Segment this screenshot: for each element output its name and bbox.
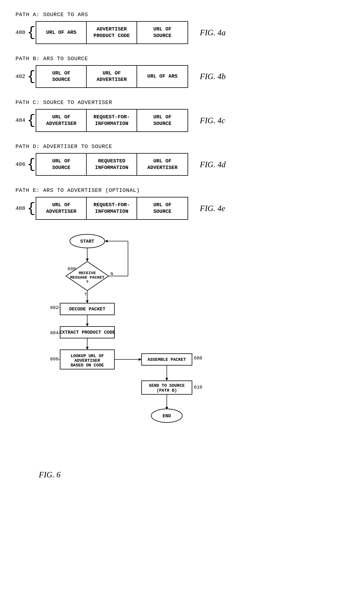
svg-marker-13 <box>105 240 108 242</box>
svg-text:END: END <box>163 413 171 419</box>
path-number-4b: 402 <box>15 74 25 79</box>
svg-text:606: 606 <box>50 356 58 362</box>
fig-label-4c: FIG. 4c <box>200 116 225 125</box>
svg-text:MESSAGE PACKET: MESSAGE PACKET <box>70 275 104 280</box>
cell-4d-0: URL OF SOURCE <box>36 154 87 175</box>
cell-4a-2: URL OF SOURCE <box>137 22 188 43</box>
path-section-4c: PATH C: SOURCE TO ADVERTISER 404 { URL O… <box>15 100 349 132</box>
packet-4b: URL OF SOURCE URL OF ADVERTISER URL OF A… <box>36 65 188 88</box>
svg-marker-36 <box>139 358 142 361</box>
path-row-4d: 406 { URL OF SOURCE REQUESTED INFORMATIO… <box>15 153 349 176</box>
path-row-4e: 408 { URL OF ADVERTISER REQUEST-FOR-INFO… <box>15 197 349 220</box>
svg-text:START: START <box>80 239 94 244</box>
svg-text:(PATH B): (PATH B) <box>156 388 177 393</box>
cell-4d-2: URL OF ADVERTISER <box>137 154 188 175</box>
path-label-4d: PATH D: ADVERTISER TO SOURCE <box>15 144 349 150</box>
svg-text:N: N <box>111 272 113 277</box>
svg-text:LOOKUP URL OF: LOOKUP URL OF <box>71 354 104 358</box>
svg-text:EXTRACT PRODUCT CODE: EXTRACT PRODUCT CODE <box>59 330 115 335</box>
path-number-4e: 408 <box>15 205 25 211</box>
cell-4e-1: REQUEST-FOR-INFORMATION <box>87 198 137 219</box>
bracket-4a: { <box>27 26 35 39</box>
packet-4a: URL OF ARS ADVERTISER PRODUCT CODE URL O… <box>36 21 188 44</box>
path-number-4a: 400 <box>15 29 25 36</box>
svg-text:602: 602 <box>50 305 58 310</box>
packet-4e: URL OF ADVERTISER REQUEST-FOR-INFORMATIO… <box>36 197 188 220</box>
path-row-4c: 404 { URL OF ADVERTISER REQUEST-FOR-INFO… <box>15 109 349 132</box>
cell-4c-1: REQUEST-FOR-INFORMATION <box>87 110 137 131</box>
path-row-4b: 402 { URL OF SOURCE URL OF ADVERTISER UR… <box>15 65 349 88</box>
path-number-4c: 404 <box>15 117 25 123</box>
cell-4b-1: URL OF ADVERTISER <box>87 66 137 88</box>
cell-4e-0: URL OF ADVERTISER <box>36 198 87 219</box>
fig-label-4a: FIG. 4a <box>200 28 225 37</box>
cell-4b-2: URL OF ARS <box>137 66 188 88</box>
svg-marker-3 <box>86 259 89 262</box>
svg-text:?: ? <box>86 280 89 284</box>
svg-text:ASSEMBLE PACKET: ASSEMBLE PACKET <box>148 357 186 362</box>
cell-4b-0: URL OF SOURCE <box>36 66 87 88</box>
cell-4c-0: URL OF ADVERTISER <box>36 110 87 131</box>
flowchart-diagram: START 600 RECEIVE MESSAGE PACKET ? N Y 6 <box>15 231 209 464</box>
svg-text:DECODE PACKET: DECODE PACKET <box>69 306 105 312</box>
fig-label-4e: FIG. 4e <box>200 204 225 213</box>
svg-text:604: 604 <box>50 330 58 336</box>
fig-label-4b: FIG. 4b <box>200 72 225 81</box>
svg-text:RECEIVE: RECEIVE <box>79 271 96 275</box>
cell-4a-0: URL OF ARS <box>36 22 87 43</box>
cell-4e-2: URL OF SOURCE <box>137 198 188 219</box>
path-number-4d: 406 <box>15 161 25 167</box>
flowchart-fig-label: FIG. 6 <box>39 470 61 479</box>
svg-marker-28 <box>86 347 89 350</box>
bracket-4c: { <box>27 114 35 127</box>
flowchart-svg: START 600 RECEIVE MESSAGE PACKET ? N Y 6 <box>15 231 209 464</box>
packet-4c: URL OF ADVERTISER REQUEST-FOR-INFORMATIO… <box>36 109 188 132</box>
path-section-4a: PATH A: SOURCE TO ARS 400 { URL OF ARS A… <box>15 12 349 44</box>
path-label-4a: PATH A: SOURCE TO ARS <box>15 12 349 18</box>
cell-4d-1: REQUESTED INFORMATION <box>87 154 137 175</box>
cell-4a-1: ADVERTISER PRODUCT CODE <box>87 22 137 43</box>
flowchart-section: START 600 RECEIVE MESSAGE PACKET ? N Y 6 <box>15 231 349 479</box>
svg-text:BASED ON CODE: BASED ON CODE <box>71 363 104 368</box>
cell-4c-2: URL OF SOURCE <box>137 110 188 131</box>
svg-text:610: 610 <box>194 385 202 390</box>
bracket-4b: { <box>27 70 35 83</box>
svg-text:ADVERTISER: ADVERTISER <box>75 358 100 363</box>
path-label-4c: PATH C: SOURCE TO ADVERTISER <box>15 100 349 105</box>
svg-marker-22 <box>86 324 89 327</box>
svg-marker-16 <box>86 300 89 303</box>
svg-marker-41 <box>165 378 168 381</box>
bracket-4d: { <box>27 158 35 171</box>
path-label-4b: PATH B: ARS TO SOURCE <box>15 56 349 62</box>
path-section-4e: PATH E: ARS TO ADVERTISER (OPTIONAL) 408… <box>15 187 349 220</box>
path-row-4a: 400 { URL OF ARS ADVERTISER PRODUCT CODE… <box>15 21 349 44</box>
packet-4d: URL OF SOURCE REQUESTED INFORMATION URL … <box>36 153 188 176</box>
path-section-4d: PATH D: ADVERTISER TO SOURCE 406 { URL O… <box>15 144 349 176</box>
svg-text:Y: Y <box>84 292 87 297</box>
bracket-4e: { <box>27 202 35 214</box>
fig-label-4d: FIG. 4d <box>200 160 225 169</box>
path-section-4b: PATH B: ARS TO SOURCE 402 { URL OF SOURC… <box>15 56 349 88</box>
svg-text:608: 608 <box>194 356 202 361</box>
path-label-4e: PATH E: ARS TO ADVERTISER (OPTIONAL) <box>15 187 349 193</box>
svg-text:SEND TO SOURCE: SEND TO SOURCE <box>149 383 185 388</box>
